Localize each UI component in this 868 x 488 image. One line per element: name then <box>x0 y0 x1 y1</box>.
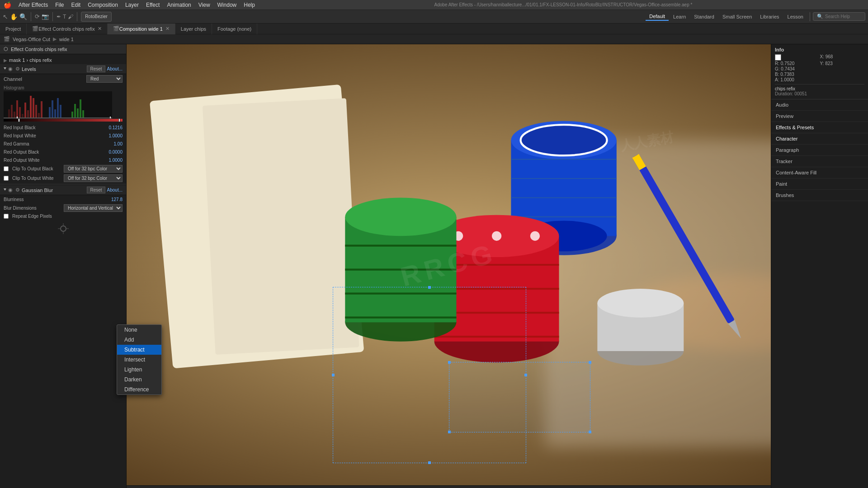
levels-reset-btn[interactable]: Reset <box>87 66 105 72</box>
rp-tracker[interactable]: Tracker <box>771 156 868 167</box>
levels-section-toggle[interactable]: ◉ ⚙ Levels Reset About... <box>0 64 126 74</box>
brush-tool[interactable]: 🖌 <box>68 14 73 20</box>
right-panel: Info X: 968 R: 0.7520 Y: 823 G: 0.7434 B… <box>771 44 868 488</box>
workspace-libraries[interactable]: Libraries <box>756 13 783 20</box>
menu-view[interactable]: View <box>198 2 210 8</box>
svg-rect-5 <box>19 107 21 118</box>
rp-effects-presets[interactable]: Effects & Presets <box>771 122 868 133</box>
dd-intersect[interactable]: Intersect <box>117 355 161 365</box>
search-icon: 🔍 <box>817 14 823 19</box>
svg-rect-2 <box>11 105 13 118</box>
clip-black-select[interactable]: Off for 32 bpc Color <box>64 165 123 173</box>
svg-rect-15 <box>52 100 53 118</box>
rp-audio[interactable]: Audio <box>771 99 868 111</box>
workspace-buttons: Default Learn Standard Small Screen Libr… <box>646 12 865 21</box>
layer-info: chips refix Duration: 00051 <box>775 84 864 96</box>
rp-contentaware[interactable]: Content-Aware Fill <box>771 167 868 178</box>
tab-footage[interactable]: Footage (none) <box>212 23 257 34</box>
row-value[interactable]: 1.0000 <box>108 158 123 163</box>
blur-dims-row: Blur Dimensions Horizontal and Vertical <box>0 203 126 213</box>
tab-effectcontrols[interactable]: 🎬 Effect Controls chips refix ✕ <box>27 23 108 34</box>
hand-tool[interactable]: ✋ <box>10 13 18 20</box>
gaussian-blur-toggle[interactable]: ◉ ⚙ Gaussian Blur Reset About... <box>0 185 126 195</box>
menu-effect[interactable]: Effect <box>146 2 160 8</box>
rib-value[interactable]: 0.1216 <box>108 125 123 130</box>
clip-white-checkbox[interactable] <box>4 176 9 181</box>
comp-nav-bar: 🎬 Vegas-Office Cut ▶ wide 1 <box>0 34 868 44</box>
left-panel: ⬡ Effect Controls chips refix ▶ mask 1 ›… <box>0 44 127 488</box>
menu-edit[interactable]: Edit <box>71 2 80 8</box>
menu-window[interactable]: Window <box>217 2 237 8</box>
clip-black-checkbox[interactable] <box>4 166 9 171</box>
camera-tool[interactable]: 📷 <box>42 13 49 20</box>
zoom-tool[interactable]: 🔍 <box>19 13 27 20</box>
workspace-default[interactable]: Default <box>646 13 669 21</box>
dd-difference[interactable]: Difference <box>117 385 161 394</box>
rp-paint[interactable]: Paint <box>771 178 868 190</box>
title-bar: Adobe After Effects - /Users/hanniballec… <box>262 2 864 7</box>
workspace-learn[interactable]: Learn <box>670 13 689 20</box>
black-point-slider[interactable] <box>18 118 20 122</box>
blur-reset-btn[interactable]: Reset <box>87 187 105 193</box>
svg-rect-11 <box>35 105 37 118</box>
menu-aftereffects[interactable]: After Effects <box>19 2 48 8</box>
workspace-smallscreen[interactable]: Small Screen <box>719 13 755 20</box>
levels-about-btn[interactable]: About... <box>107 66 123 71</box>
menu-animation[interactable]: Animation <box>167 2 191 8</box>
svg-rect-21 <box>77 108 79 118</box>
dd-lighten[interactable]: Lighten <box>117 365 161 375</box>
blur-effect-icon <box>58 223 69 234</box>
dd-darken[interactable]: Darken <box>117 375 161 385</box>
svg-rect-23 <box>82 110 84 118</box>
blur-fx-icon: ⚙ <box>15 187 20 193</box>
blur-about-btn[interactable]: About... <box>107 188 123 192</box>
blurriness-value[interactable]: 127.8 <box>111 197 123 202</box>
rp-character[interactable]: Character <box>771 133 868 145</box>
tab-comp-close[interactable]: ✕ <box>165 26 170 32</box>
svg-rect-14 <box>49 107 51 118</box>
rob-value[interactable]: 0.0000 <box>108 150 123 155</box>
rp-brushes[interactable]: Brushes <box>771 190 868 201</box>
ec-title: Effect Controls chips refix <box>11 47 67 52</box>
comp-nav-left: 🎬 <box>4 36 10 42</box>
rotate-tool[interactable]: ⟳ <box>35 13 40 20</box>
menu-file[interactable]: File <box>55 2 64 8</box>
tab-project[interactable]: Project <box>0 23 27 34</box>
pen-tool[interactable]: ✒ <box>57 14 61 20</box>
dd-add[interactable]: Add <box>117 335 161 345</box>
menu-layer[interactable]: Layer <box>125 2 139 8</box>
white-point-slider[interactable] <box>118 118 120 122</box>
tab-composition[interactable]: 🎬 Composition wide 1 ✕ <box>108 23 175 34</box>
apple-menu[interactable]: 🍎 <box>4 1 11 9</box>
menu-composition[interactable]: Composition <box>88 2 118 8</box>
selection-tool[interactable]: ↖ <box>3 13 8 20</box>
repeat-edge-checkbox[interactable] <box>4 214 9 219</box>
rotobezier-btn[interactable]: RotoBezier <box>81 12 111 22</box>
channel-select[interactable]: Red <box>86 75 123 83</box>
blur-icon-row <box>0 220 126 238</box>
riw-value[interactable]: 1.0000 <box>108 133 123 138</box>
menu-help[interactable]: Help <box>244 2 255 8</box>
dd-none[interactable]: None <box>117 325 161 335</box>
svg-rect-1 <box>8 109 10 118</box>
tab-effectcontrols-close[interactable]: ✕ <box>98 26 102 32</box>
rg-value[interactable]: 1.00 <box>114 141 123 146</box>
search-box[interactable]: 🔍 <box>813 12 865 21</box>
info-values: X: 968 R: 0.7520 Y: 823 G: 0.7434 B: 0.7… <box>775 54 864 82</box>
clip-white-select[interactable]: Off for 32 bpc Color <box>64 174 123 182</box>
tab-comp-icon: 🎬 <box>113 26 119 32</box>
text-tool[interactable]: T <box>63 14 66 20</box>
workspace-standard[interactable]: Standard <box>690 13 718 20</box>
blur-dims-select[interactable]: Horizontal and Vertical <box>64 204 123 212</box>
levels-triangle <box>4 67 6 71</box>
dd-subtract[interactable]: Subtract <box>117 345 161 355</box>
comp-view: RRCG 人人素材 <box>127 44 771 485</box>
rp-preview[interactable]: Preview <box>771 111 868 122</box>
tab-comp-text: Composition wide 1 <box>119 26 163 32</box>
search-input[interactable] <box>825 14 861 19</box>
tab-layer[interactable]: Layer chips <box>175 23 212 34</box>
info-a-val: A: 1.0000 <box>775 77 820 82</box>
info-title: Info <box>775 47 784 52</box>
rp-paragraph[interactable]: Paragraph <box>771 145 868 156</box>
workspace-lesson[interactable]: Lesson <box>784 13 807 20</box>
